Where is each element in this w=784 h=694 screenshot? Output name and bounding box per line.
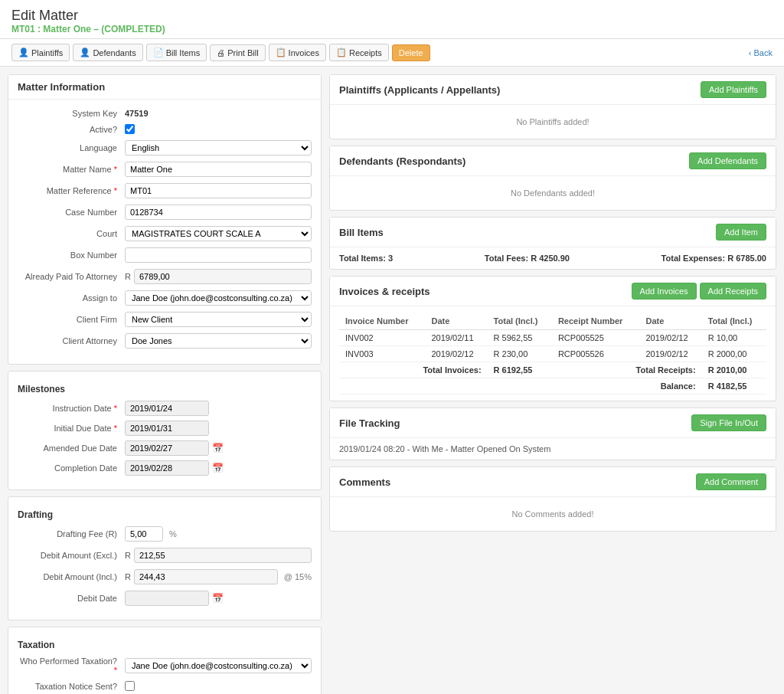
active-row: Active? bbox=[18, 124, 312, 134]
drafting-debit-incl-currency: R bbox=[125, 572, 131, 581]
total-receipts-label: Total Receipts: bbox=[552, 362, 702, 378]
who-performed-label: Who Performed Taxation? bbox=[18, 656, 125, 675]
taxation-notice-row: Taxation Notice Sent? bbox=[18, 681, 312, 691]
case-number-row: Case Number bbox=[18, 205, 312, 220]
drafting-debit-date-row: Debit Date 📅 bbox=[18, 591, 312, 606]
drafting-debit-excl-wrap: R bbox=[125, 548, 312, 563]
instruction-date-input[interactable] bbox=[125, 401, 209, 416]
drafting-fee-label: Drafting Fee (R) bbox=[18, 529, 125, 539]
add-item-button[interactable]: Add Item bbox=[716, 224, 766, 241]
add-plaintiffs-button[interactable]: Add Plaintiffs bbox=[701, 81, 766, 98]
taxation-notice-checkbox[interactable] bbox=[125, 681, 135, 691]
court-select[interactable]: MAGISTRATES COURT SCALE A bbox=[125, 226, 312, 241]
drafting-debit-excl-currency: R bbox=[125, 551, 131, 560]
milestones-body: Milestones Instruction Date Initial Due … bbox=[8, 372, 321, 489]
matter-reference-input[interactable] bbox=[125, 183, 312, 198]
invoices-receipts-tbody: INV002 2019/02/11 R 5962,55 RCP005525 20… bbox=[339, 330, 766, 362]
who-performed-row: Who Performed Taxation? Jane Doe (john.d… bbox=[18, 656, 312, 675]
receipts-btn[interactable]: 📋 Receipts bbox=[329, 44, 389, 61]
box-number-label: Box Number bbox=[18, 250, 125, 260]
matter-reference-row: Matter Reference bbox=[18, 183, 312, 198]
client-firm-select[interactable]: New Client bbox=[125, 312, 312, 327]
invoice-total: R 5962,55 bbox=[488, 330, 552, 346]
already-paid-currency: R bbox=[125, 272, 131, 281]
client-attorney-select[interactable]: Doe Jones bbox=[125, 333, 312, 349]
add-invoices-button[interactable]: Add Invoices bbox=[632, 283, 697, 300]
system-key-value: 47519 bbox=[125, 109, 312, 118]
client-attorney-label: Client Attorney bbox=[18, 336, 125, 345]
system-key-row: System Key 47519 bbox=[18, 109, 312, 118]
client-firm-label: Client Firm bbox=[18, 315, 125, 324]
matter-information-body: System Key 47519 Active? Language Englis… bbox=[8, 100, 321, 364]
total-invoices-label: Total Invoices: bbox=[339, 362, 488, 378]
table-row: INV003 2019/02/12 R 230,00 RCP005526 201… bbox=[339, 346, 766, 362]
already-paid-row: Already Paid To Attorney R bbox=[18, 269, 312, 284]
completion-date-calendar-icon[interactable]: 📅 bbox=[212, 463, 224, 473]
invoices-btn[interactable]: 📋 Invoices bbox=[269, 44, 326, 61]
invoice-total: R 230,00 bbox=[488, 346, 552, 362]
main-content: Matter Information System Key 47519 Acti… bbox=[0, 67, 784, 694]
total-items: Total Items: 3 bbox=[339, 254, 393, 263]
page-subtitle: MT01 : Matter One – (COMPLETED) bbox=[11, 24, 773, 34]
completion-date-input[interactable] bbox=[125, 460, 209, 476]
receipt-date: 2019/02/12 bbox=[640, 330, 702, 346]
taxation-title: Taxation bbox=[18, 640, 312, 650]
receipt-total: R 2000,00 bbox=[702, 346, 766, 362]
drafting-debit-incl-input[interactable] bbox=[134, 569, 278, 584]
defendants-btn[interactable]: 👤 Defendants bbox=[73, 44, 142, 61]
file-tracking-header: File Tracking Sign File In/Out bbox=[330, 408, 776, 438]
comments-card: Comments Add Comment No Comments added! bbox=[329, 466, 776, 532]
invoices-receipts-header: Invoices & receipts Add Invoices Add Rec… bbox=[330, 277, 776, 306]
already-paid-input[interactable] bbox=[134, 269, 312, 284]
drafting-debit-date-input[interactable] bbox=[125, 591, 209, 606]
box-number-input[interactable] bbox=[125, 247, 312, 263]
drafting-debit-excl-input[interactable] bbox=[134, 548, 312, 563]
add-comment-button[interactable]: Add Comment bbox=[696, 473, 766, 490]
language-select[interactable]: English bbox=[125, 140, 312, 155]
bill-items-summary: Total Items: 3 Total Fees: R 4250.90 Tot… bbox=[330, 247, 776, 269]
active-checkbox[interactable] bbox=[125, 124, 135, 134]
bill-items-btn[interactable]: 📄 Bill Items bbox=[146, 44, 207, 61]
back-button[interactable]: ‹ Back bbox=[749, 48, 773, 57]
drafting-debit-date-label: Debit Date bbox=[18, 594, 125, 603]
client-attorney-row: Client Attorney Doe Jones bbox=[18, 333, 312, 349]
initial-due-date-input[interactable] bbox=[125, 421, 209, 436]
toolbar-left: 👤 Plaintiffs 👤 Defendants 📄 Bill Items 🖨… bbox=[11, 44, 430, 61]
assign-to-select[interactable]: Jane Doe (john.doe@costconsulting.co.za) bbox=[125, 290, 312, 306]
who-performed-select[interactable]: Jane Doe (john.doe@costconsulting.co.za) bbox=[125, 658, 312, 673]
drafting-title: Drafting bbox=[18, 509, 312, 520]
delete-btn[interactable]: Delete bbox=[392, 44, 430, 61]
invoice-date: 2019/02/11 bbox=[425, 330, 487, 346]
case-number-input[interactable] bbox=[125, 205, 312, 220]
initial-due-date-row: Initial Due Date bbox=[18, 421, 312, 436]
taxation-card: Taxation Who Performed Taxation? Jane Do… bbox=[8, 627, 322, 694]
box-number-row: Box Number bbox=[18, 247, 312, 263]
add-receipts-button[interactable]: Add Receipts bbox=[700, 283, 766, 300]
matter-name-label: Matter Name bbox=[18, 165, 125, 174]
active-label: Active? bbox=[18, 125, 125, 134]
total-fees: Total Fees: R 4250.90 bbox=[485, 254, 570, 263]
print-bill-btn[interactable]: 🖨 Print Bill bbox=[210, 44, 265, 61]
plaintiffs-btn[interactable]: 👤 Plaintiffs bbox=[11, 44, 70, 61]
plaintiffs-no-data: No Plaintiffs added! bbox=[330, 105, 776, 139]
add-defendants-button[interactable]: Add Defendants bbox=[689, 152, 766, 169]
toolbar: 👤 Plaintiffs 👤 Defendants 📄 Bill Items 🖨… bbox=[0, 39, 784, 67]
matter-information-card: Matter Information System Key 47519 Acti… bbox=[8, 74, 322, 365]
amended-due-date-calendar-icon[interactable]: 📅 bbox=[212, 443, 224, 453]
client-firm-row: Client Firm New Client bbox=[18, 312, 312, 327]
bill-items-header: Bill Items Add Item bbox=[330, 218, 776, 247]
col-receipt-total: Total (Incl.) bbox=[702, 313, 766, 330]
total-invoices-row: Total Invoices: R 6192,55 Total Receipts… bbox=[339, 362, 766, 378]
amended-due-date-input[interactable] bbox=[125, 440, 209, 456]
matter-name-input[interactable] bbox=[125, 162, 312, 177]
balance-value: R 4182,55 bbox=[702, 378, 766, 394]
sign-file-button[interactable]: Sign File In/Out bbox=[691, 414, 766, 431]
drafting-fee-input[interactable] bbox=[125, 526, 163, 542]
completion-date-row: Completion Date 📅 bbox=[18, 460, 312, 476]
drafting-fee-pct: % bbox=[169, 529, 177, 539]
total-invoices-value: R 6192,55 bbox=[488, 362, 552, 378]
taxation-notice-checkbox-wrap bbox=[125, 681, 135, 691]
case-number-label: Case Number bbox=[18, 208, 125, 217]
drafting-debit-date-calendar-icon[interactable]: 📅 bbox=[212, 593, 224, 604]
left-panel: Matter Information System Key 47519 Acti… bbox=[8, 74, 322, 694]
